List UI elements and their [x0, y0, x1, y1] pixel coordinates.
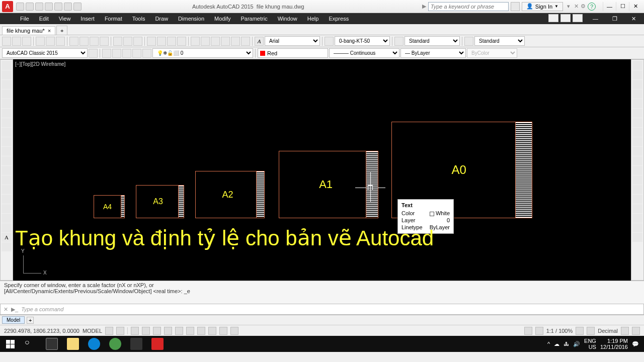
- new-tab-button[interactable]: +: [56, 26, 67, 35]
- publish-icon[interactable]: [56, 37, 65, 46]
- bycolor-select[interactable]: ByColor: [467, 48, 517, 58]
- spline-icon[interactable]: [2, 137, 12, 146]
- markup-icon[interactable]: [231, 37, 240, 46]
- search-icon[interactable]: [511, 2, 520, 11]
- revcloud-icon[interactable]: [2, 128, 12, 137]
- explorer-icon[interactable]: [62, 336, 84, 352]
- menu-dimension[interactable]: Dimension: [173, 14, 209, 23]
- menu-parametric[interactable]: Parametric: [235, 14, 272, 23]
- open-icon[interactable]: [26, 3, 34, 11]
- text-style-icon[interactable]: A: [255, 37, 264, 46]
- clean-icon[interactable]: [621, 327, 629, 335]
- close-button[interactable]: ✕: [629, 2, 642, 11]
- clock[interactable]: 1:19 PM12/11/2016: [600, 338, 628, 350]
- doc-minimize-icon[interactable]: —: [588, 14, 603, 24]
- tray-chevron-icon[interactable]: ^: [547, 341, 550, 347]
- menu-format[interactable]: Format: [100, 14, 127, 23]
- makeblock-icon[interactable]: [2, 175, 12, 185]
- sheet-icon[interactable]: [221, 37, 230, 46]
- block-icon[interactable]: [113, 37, 122, 46]
- ortho-icon[interactable]: [131, 327, 139, 335]
- menu-tools[interactable]: Tools: [127, 14, 150, 23]
- polyline-icon[interactable]: [2, 80, 12, 89]
- viewport-grid-icon[interactable]: [573, 14, 583, 22]
- qprops-icon[interactable]: [524, 327, 532, 335]
- layerprop-icon[interactable]: [102, 49, 111, 58]
- designcenter-icon[interactable]: [201, 37, 210, 46]
- osnap-icon[interactable]: [164, 327, 172, 335]
- doc-restore-icon[interactable]: ❐: [607, 14, 622, 24]
- redo-icon[interactable]: [73, 3, 82, 11]
- join-icon[interactable]: [632, 175, 642, 185]
- annotation-scale[interactable]: 1:1 / 100%: [546, 328, 573, 334]
- maximize-button[interactable]: ☐: [616, 2, 629, 11]
- annotation-icon[interactable]: [535, 327, 543, 335]
- customize-icon[interactable]: [632, 327, 640, 335]
- dyninput-icon[interactable]: [230, 327, 238, 335]
- offset-icon[interactable]: [632, 89, 642, 99]
- viewport-config-icon[interactable]: [548, 14, 558, 22]
- minimize-button[interactable]: —: [603, 2, 616, 11]
- chamfer-icon[interactable]: [632, 185, 642, 194]
- frame-a4[interactable]: A4: [94, 195, 125, 218]
- layer-icon[interactable]: [325, 37, 334, 46]
- open-drawing-icon[interactable]: [12, 37, 21, 46]
- tab-close-icon[interactable]: ×: [48, 28, 51, 34]
- doc-close-icon[interactable]: ✕: [626, 14, 641, 24]
- tablestyle-select[interactable]: Standard: [474, 36, 525, 46]
- layeriso-icon[interactable]: [122, 49, 131, 58]
- erase-icon[interactable]: [632, 61, 642, 70]
- menu-file[interactable]: File: [15, 14, 34, 23]
- store-icon[interactable]: [126, 336, 147, 352]
- layerfreeze-icon[interactable]: [132, 49, 141, 58]
- search-taskbar-icon[interactable]: ○: [20, 336, 41, 352]
- layerstate-icon[interactable]: [112, 49, 121, 58]
- stretch-icon[interactable]: [632, 137, 642, 146]
- drawing-canvas[interactable]: [−][Top][2D Wireframe] A4 A3 A2 A1 A0 Te…: [13, 59, 631, 281]
- ws-switch-icon[interactable]: [576, 327, 584, 335]
- arc-icon[interactable]: [2, 109, 12, 118]
- help-icon[interactable]: ?: [588, 3, 596, 11]
- dimstyle-select[interactable]: Standard: [405, 36, 460, 46]
- modelspace-indicator[interactable]: MODEL: [83, 328, 102, 334]
- ellipse-icon[interactable]: [2, 147, 12, 156]
- addselected-icon[interactable]: [2, 242, 12, 251]
- snap-toggle-icon[interactable]: [116, 327, 124, 335]
- ws-gear-icon[interactable]: [89, 49, 98, 58]
- taskview-icon[interactable]: [41, 336, 62, 352]
- transparency-icon[interactable]: [208, 327, 216, 335]
- plot-icon[interactable]: [36, 37, 45, 46]
- save-drawing-icon[interactable]: [22, 37, 31, 46]
- frame-a2[interactable]: A2: [195, 171, 265, 218]
- annomonitor-icon[interactable]: [587, 327, 595, 335]
- menu-draw[interactable]: Draw: [150, 14, 173, 23]
- insert-icon[interactable]: [2, 166, 12, 175]
- units-display[interactable]: Decimal: [598, 328, 618, 334]
- undo-icon[interactable]: [64, 3, 72, 11]
- table-icon[interactable]: [2, 223, 12, 232]
- zoomwin-icon[interactable]: [167, 37, 176, 46]
- dimstyle-icon[interactable]: [394, 37, 404, 46]
- onedrive-icon[interactable]: ☁: [554, 341, 559, 347]
- frame-a1[interactable]: A1: [279, 151, 378, 218]
- extend-icon[interactable]: [632, 156, 642, 165]
- hatch-icon[interactable]: [2, 195, 12, 204]
- app1-icon[interactable]: [105, 336, 126, 352]
- blend-icon[interactable]: [632, 204, 642, 213]
- layeroff-icon[interactable]: [142, 49, 151, 58]
- save-icon[interactable]: [35, 3, 43, 11]
- volume-icon[interactable]: 🔊: [573, 341, 580, 347]
- calc-icon[interactable]: [241, 37, 250, 46]
- saveas-icon[interactable]: [45, 3, 53, 11]
- frame-a3[interactable]: A3: [136, 185, 184, 218]
- rectangle-icon[interactable]: [2, 99, 12, 108]
- rotate-icon[interactable]: [632, 118, 642, 127]
- menu-help[interactable]: Help: [302, 14, 324, 23]
- 3dosnap-icon[interactable]: [175, 327, 183, 335]
- isodraft-icon[interactable]: [153, 327, 161, 335]
- explode-icon[interactable]: [632, 214, 642, 223]
- lineweight-select[interactable]: — ByLayer: [400, 48, 466, 58]
- language-indicator[interactable]: ENGUS: [584, 338, 596, 350]
- viewport-label[interactable]: [−][Top][2D Wireframe]: [15, 61, 65, 67]
- layer-select[interactable]: 0-bang-KT-50: [335, 36, 390, 46]
